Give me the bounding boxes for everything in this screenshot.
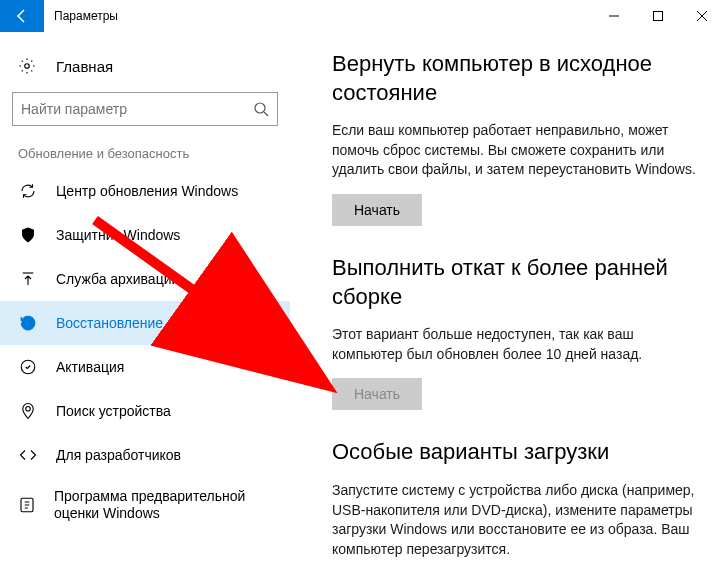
section-desc: Запустите систему с устройства либо диск…: [332, 481, 700, 559]
insider-icon: [18, 496, 36, 514]
sidebar-item-label: Защитник Windows: [56, 227, 180, 243]
close-icon: [697, 11, 707, 21]
section-title: Вернуть компьютер в исходное состояние: [332, 50, 700, 107]
shield-icon: [18, 226, 38, 244]
arrow-left-icon: [14, 8, 30, 24]
sidebar-item-recovery[interactable]: Восстановление: [0, 301, 290, 345]
sidebar-item-backup[interactable]: Служба архивации: [0, 257, 290, 301]
section-title: Выполнить откат к более ранней сборке: [332, 254, 700, 311]
section-rollback: Выполнить откат к более ранней сборке Эт…: [332, 254, 700, 410]
sidebar-home[interactable]: Главная: [0, 46, 290, 86]
sidebar-item-label: Для разработчиков: [56, 447, 181, 463]
svg-point-5: [255, 103, 265, 113]
sidebar-item-defender[interactable]: Защитник Windows: [0, 213, 290, 257]
back-button[interactable]: [0, 0, 44, 32]
sync-icon: [18, 182, 38, 200]
backup-icon: [18, 270, 38, 288]
sidebar-home-label: Главная: [56, 58, 113, 75]
svg-point-8: [26, 407, 31, 412]
sidebar-item-activation[interactable]: Активация: [0, 345, 290, 389]
sidebar: Главная Обновление и безопасность Центр …: [0, 32, 290, 574]
section-desc: Если ваш компьютер работает неправильно,…: [332, 121, 700, 180]
history-icon: [18, 314, 38, 332]
sidebar-item-update[interactable]: Центр обновления Windows: [0, 169, 290, 213]
section-reset: Вернуть компьютер в исходное состояние Е…: [332, 50, 700, 226]
svg-rect-1: [654, 12, 663, 21]
titlebar: Параметры: [0, 0, 724, 32]
rollback-start-button: Начать: [332, 378, 422, 410]
key-icon: [18, 358, 38, 376]
svg-line-6: [264, 112, 268, 116]
maximize-icon: [653, 11, 663, 21]
window-controls: [592, 0, 724, 32]
search-input[interactable]: [21, 101, 253, 117]
section-desc: Этот вариант больше недоступен, так как …: [332, 325, 700, 364]
code-icon: [18, 446, 38, 464]
minimize-button[interactable]: [592, 0, 636, 32]
sidebar-group-header: Обновление и безопасность: [0, 136, 290, 169]
section-advanced-startup: Особые варианты загрузки Запустите систе…: [332, 438, 700, 559]
sidebar-item-label: Программа предварительной оценки Windows: [54, 488, 290, 523]
minimize-icon: [609, 11, 619, 21]
find-device-icon: [18, 402, 38, 420]
sidebar-item-label: Активация: [56, 359, 124, 375]
reset-start-button[interactable]: Начать: [332, 194, 422, 226]
window-title: Параметры: [54, 9, 118, 23]
gear-icon: [18, 57, 38, 75]
maximize-button[interactable]: [636, 0, 680, 32]
sidebar-item-label: Восстановление: [56, 315, 163, 331]
sidebar-item-find-device[interactable]: Поиск устройства: [0, 389, 290, 433]
sidebar-item-insider[interactable]: Программа предварительной оценки Windows: [0, 477, 290, 533]
sidebar-item-label: Центр обновления Windows: [56, 183, 238, 199]
sidebar-item-label: Служба архивации: [56, 271, 179, 287]
search-icon: [253, 101, 269, 117]
content-area: Вернуть компьютер в исходное состояние Е…: [290, 32, 724, 574]
sidebar-item-label: Поиск устройства: [56, 403, 171, 419]
sidebar-item-developers[interactable]: Для разработчиков: [0, 433, 290, 477]
search-input-container[interactable]: [12, 92, 278, 126]
close-button[interactable]: [680, 0, 724, 32]
section-title: Особые варианты загрузки: [332, 438, 700, 467]
svg-point-4: [25, 64, 30, 69]
